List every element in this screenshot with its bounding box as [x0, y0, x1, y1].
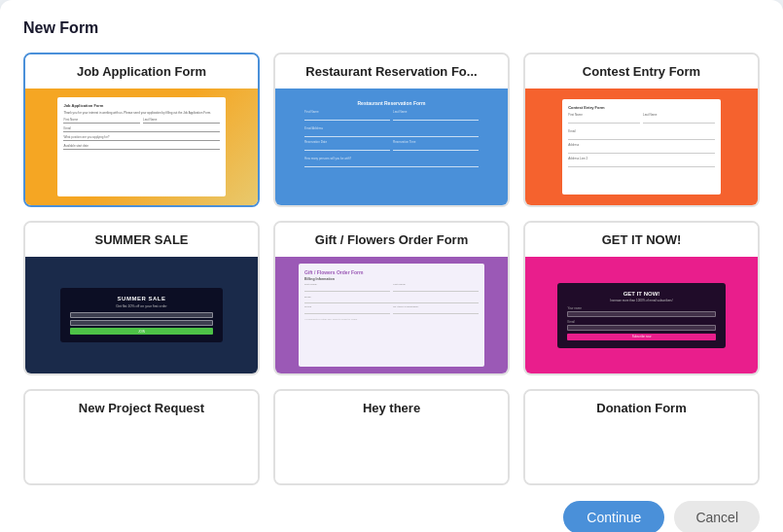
- card-preview-flowers: Gift / Flowers Order Form Billing Inform…: [275, 257, 508, 373]
- new-form-dialog: New Form Job Application Form Job Applic…: [0, 0, 783, 532]
- card-title-flowers: Gift / Flowers Order Form: [275, 223, 508, 257]
- card-preview-restaurant: Restaurant Reservation Form First Name L…: [275, 89, 508, 205]
- card-title-restaurant: Restaurant Reservation Fo...: [275, 54, 508, 89]
- card-flowers[interactable]: Gift / Flowers Order Form Gift / Flowers…: [273, 221, 510, 375]
- card-preview-contest: Contest Entry Form First Name Last Name …: [525, 89, 758, 205]
- card-preview-job: Job Application Form Thank you for your …: [25, 89, 258, 205]
- templates-grid: Job Application Form Job Application For…: [23, 53, 760, 485]
- dialog-title: New Form: [23, 19, 760, 37]
- card-preview-hey-there: [275, 425, 508, 483]
- card-title-job: Job Application Form: [25, 54, 258, 89]
- dialog-footer: Continue Cancel: [23, 501, 760, 532]
- card-donation[interactable]: Donation Form: [523, 389, 760, 485]
- card-preview-donation: [525, 425, 758, 483]
- card-contest[interactable]: Contest Entry Form Contest Entry Form Fi…: [523, 53, 760, 207]
- card-title-hey-there: Hey there: [275, 391, 508, 425]
- card-hey-there[interactable]: Hey there: [273, 389, 510, 485]
- card-restaurant[interactable]: Restaurant Reservation Fo... Restaurant …: [273, 53, 510, 207]
- card-preview-new-project: [25, 425, 258, 483]
- card-title-summer: SUMMER SALE: [25, 223, 258, 257]
- card-preview-summer: SUMMER SALE Get flat 10% off on your fir…: [25, 257, 258, 373]
- card-summer-sale[interactable]: SUMMER SALE SUMMER SALE Get flat 10% off…: [23, 221, 260, 375]
- card-new-project[interactable]: New Project Request: [23, 389, 260, 485]
- card-getit[interactable]: GET IT NOW! GET IT NOW! Increase more th…: [523, 221, 760, 375]
- cancel-button[interactable]: Cancel: [674, 501, 760, 532]
- card-preview-getit: GET IT NOW! Increase more than 1000% of …: [525, 257, 758, 373]
- card-title-contest: Contest Entry Form: [525, 54, 758, 89]
- card-title-getit: GET IT NOW!: [525, 223, 758, 257]
- card-title-new-project: New Project Request: [25, 391, 258, 425]
- card-job-application[interactable]: Job Application Form Job Application For…: [23, 53, 260, 207]
- card-title-donation: Donation Form: [525, 391, 758, 425]
- continue-button[interactable]: Continue: [563, 501, 664, 532]
